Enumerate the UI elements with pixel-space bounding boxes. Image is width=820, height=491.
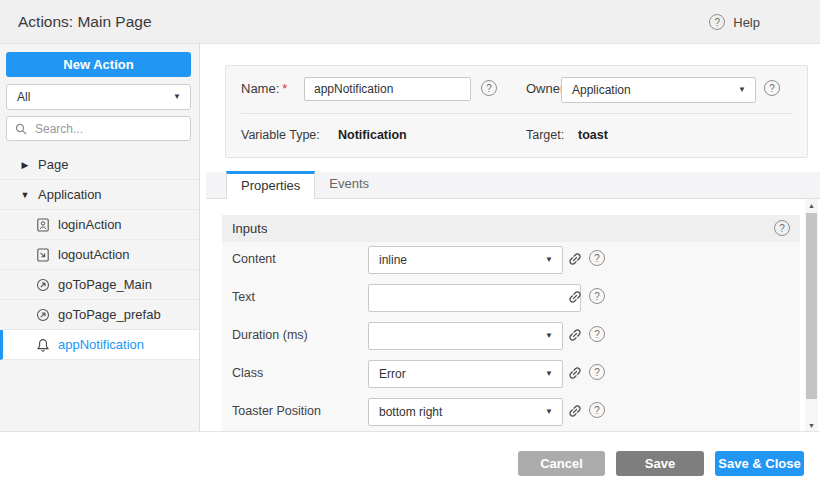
- field-row-class: Class Error ▼ ?: [222, 360, 800, 386]
- search-icon: [15, 123, 27, 135]
- chevron-down-icon: ▼: [738, 86, 746, 94]
- required-marker: *: [282, 81, 287, 96]
- group-label: Application: [38, 187, 102, 202]
- inputs-section-title: Inputs: [232, 215, 267, 242]
- chevron-down-icon: ▼: [18, 190, 32, 200]
- field-help-icon[interactable]: ?: [589, 288, 605, 304]
- target-label: Target:: [526, 128, 564, 142]
- actions-sidebar: New Action All ▼ ▶ Page ▼ Application lo…: [0, 44, 200, 431]
- action-detail-panel: Name:* ? Owner:* Application ▼ ? Variabl…: [206, 44, 820, 431]
- field-row-toaster-position: Toaster Position bottom right ▼ ?: [222, 398, 800, 424]
- new-action-button[interactable]: New Action: [6, 52, 191, 77]
- bind-variable-icon[interactable]: [567, 289, 583, 305]
- field-help-icon[interactable]: ?: [589, 326, 605, 342]
- vertical-scrollbar[interactable]: ▲ ▼: [805, 199, 818, 431]
- field-label: Toaster Position: [232, 398, 321, 424]
- field-help-icon[interactable]: ?: [589, 364, 605, 380]
- sidebar-item-logoutaction[interactable]: logoutAction: [0, 240, 199, 270]
- properties-tab-content: Inputs ? Content inline ▼ ? Text ?: [206, 199, 820, 431]
- bind-variable-icon[interactable]: [567, 251, 583, 267]
- scroll-down-icon[interactable]: ▼: [805, 419, 818, 431]
- help-button[interactable]: ? Help: [709, 0, 760, 44]
- scrollbar-thumb[interactable]: [806, 213, 817, 399]
- bind-variable-icon[interactable]: [567, 403, 583, 419]
- name-field[interactable]: [304, 77, 471, 101]
- class-select[interactable]: Error ▼: [368, 360, 563, 388]
- toaster-position-select[interactable]: bottom right ▼: [368, 398, 563, 426]
- field-label: Content: [232, 246, 276, 272]
- field-label: Class: [232, 360, 263, 386]
- chevron-down-icon: ▼: [545, 408, 553, 416]
- window-header: Actions: Main Page ? Help: [0, 0, 820, 44]
- chevron-down-icon: ▼: [545, 332, 553, 340]
- action-filter-select[interactable]: All ▼: [6, 84, 191, 110]
- duration-select[interactable]: ▼: [368, 322, 563, 350]
- filter-selected-value: All: [17, 85, 30, 109]
- content-select[interactable]: inline ▼: [368, 246, 563, 274]
- detail-tabbar: Properties Events: [206, 172, 820, 199]
- field-label: Text: [232, 284, 255, 310]
- chevron-down-icon: ▼: [545, 256, 553, 264]
- sidebar-group-application[interactable]: ▼ Application: [0, 180, 199, 210]
- tree-item-label: goToPage_Main: [58, 277, 152, 292]
- navigate-icon: [36, 308, 50, 322]
- footer-bar: Cancel Save Save & Close: [0, 431, 820, 491]
- bind-variable-icon[interactable]: [567, 365, 583, 381]
- inputs-section: Inputs ? Content inline ▼ ? Text ?: [222, 215, 800, 431]
- name-help-icon[interactable]: ?: [481, 80, 497, 96]
- help-label: Help: [733, 15, 760, 30]
- chevron-right-icon: ▶: [18, 160, 32, 170]
- field-row-duration: Duration (ms) ▼ ?: [222, 322, 800, 348]
- scroll-up-icon[interactable]: ▲: [805, 199, 818, 211]
- chevron-down-icon: ▼: [173, 93, 181, 101]
- field-row-content: Content inline ▼ ?: [222, 246, 800, 272]
- sidebar-item-appnotification[interactable]: appNotification: [0, 330, 199, 360]
- search-input[interactable]: [33, 121, 192, 137]
- tab-properties[interactable]: Properties: [226, 171, 315, 199]
- target-value: toast: [578, 128, 608, 142]
- tree-item-label: goToPage_prefab: [58, 307, 161, 322]
- action-summary-box: Name:* ? Owner:* Application ▼ ? Variabl…: [225, 65, 808, 158]
- bind-variable-icon[interactable]: [567, 327, 583, 343]
- navigate-icon: [36, 278, 50, 292]
- field-help-icon[interactable]: ?: [589, 402, 605, 418]
- divider: [241, 113, 792, 114]
- save-button[interactable]: Save: [616, 451, 704, 476]
- text-field[interactable]: [368, 284, 581, 312]
- field-label: Duration (ms): [232, 322, 308, 348]
- sidebar-item-loginaction[interactable]: loginAction: [0, 210, 199, 240]
- save-and-close-button[interactable]: Save & Close: [715, 451, 804, 476]
- sidebar-group-page[interactable]: ▶ Page: [0, 150, 199, 180]
- logout-action-icon: [36, 248, 50, 262]
- group-label: Page: [38, 157, 68, 172]
- field-row-text: Text ?: [222, 284, 800, 310]
- variable-type-label: Variable Type:: [241, 128, 320, 142]
- search-box[interactable]: [6, 116, 191, 141]
- sidebar-item-gotopage-prefab[interactable]: goToPage_prefab: [0, 300, 199, 330]
- actions-tree: ▶ Page ▼ Application loginAction logoutA…: [0, 150, 199, 360]
- owner-selected-value: Application: [572, 78, 631, 102]
- field-help-icon[interactable]: ?: [589, 250, 605, 266]
- sidebar-item-gotopage-main[interactable]: goToPage_Main: [0, 270, 199, 300]
- cancel-button[interactable]: Cancel: [518, 451, 605, 476]
- tree-item-label: loginAction: [58, 217, 122, 232]
- help-icon: ?: [709, 14, 725, 30]
- inputs-help-icon[interactable]: ?: [774, 220, 790, 236]
- page-title: Actions: Main Page: [18, 0, 152, 44]
- chevron-down-icon: ▼: [545, 370, 553, 378]
- variable-type-value: Notification: [338, 128, 407, 142]
- name-label: Name:*: [241, 81, 287, 96]
- owner-select[interactable]: Application ▼: [561, 77, 756, 103]
- tree-item-label: appNotification: [58, 337, 144, 352]
- inputs-section-header: Inputs ?: [222, 215, 800, 242]
- bell-icon: [36, 338, 50, 352]
- login-action-icon: [36, 218, 50, 232]
- tab-events[interactable]: Events: [315, 171, 383, 198]
- tree-item-label: logoutAction: [58, 247, 130, 262]
- owner-help-icon[interactable]: ?: [764, 80, 780, 96]
